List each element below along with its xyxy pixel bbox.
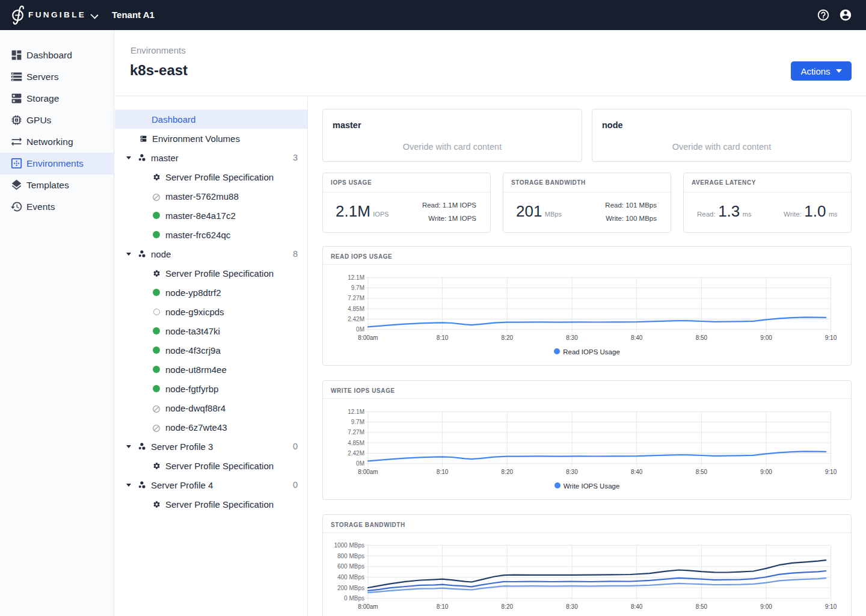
svg-text:8:40: 8:40 [631,334,643,341]
svg-text:8:00am: 8:00am [358,469,378,475]
svg-text:8:20: 8:20 [502,603,514,610]
svg-text:4.85M: 4.85M [348,306,364,312]
svg-text:9.7M: 9.7M [351,285,364,291]
svg-text:2.42M: 2.42M [348,450,364,457]
svg-text:12.1M: 12.1M [348,274,364,281]
svg-text:9:00: 9:00 [760,469,772,475]
svg-text:8:20: 8:20 [502,469,514,475]
svg-text:8:30: 8:30 [566,334,578,341]
svg-text:8:00am: 8:00am [358,334,378,341]
svg-text:4.85M: 4.85M [348,440,364,446]
svg-text:200 MBps: 200 MBps [337,585,364,591]
svg-text:8:10: 8:10 [437,469,449,475]
svg-text:8:10: 8:10 [437,334,449,341]
svg-text:0M: 0M [356,326,364,333]
svg-text:8:10: 8:10 [437,603,449,610]
svg-text:8:30: 8:30 [566,603,578,610]
svg-text:7.27M: 7.27M [348,429,364,436]
svg-text:7.27M: 7.27M [348,295,364,301]
svg-text:800 MBps: 800 MBps [337,553,364,559]
svg-text:8:50: 8:50 [696,469,708,475]
svg-text:600 MBps: 600 MBps [337,563,364,570]
svg-text:2.42M: 2.42M [348,316,364,322]
svg-text:400 MBps: 400 MBps [337,574,364,581]
svg-text:8:30: 8:30 [566,469,578,475]
svg-text:8:50: 8:50 [696,334,708,341]
svg-text:8:00am: 8:00am [358,603,378,610]
svg-text:9.7M: 9.7M [351,419,364,425]
svg-text:8:40: 8:40 [631,469,643,475]
svg-text:9:00: 9:00 [760,334,772,341]
svg-text:1000 MBps: 1000 MBps [334,542,364,549]
svg-text:9:10: 9:10 [825,469,837,475]
svg-text:0M: 0M [356,460,364,467]
svg-text:9:10: 9:10 [825,334,837,341]
svg-text:8:40: 8:40 [631,603,643,610]
svg-text:0 MBps: 0 MBps [344,595,364,602]
svg-text:8:20: 8:20 [502,334,514,341]
svg-text:9:10: 9:10 [825,603,837,610]
svg-text:8:50: 8:50 [696,603,708,610]
svg-text:12.1M: 12.1M [348,408,364,415]
svg-text:9:00: 9:00 [760,603,772,610]
